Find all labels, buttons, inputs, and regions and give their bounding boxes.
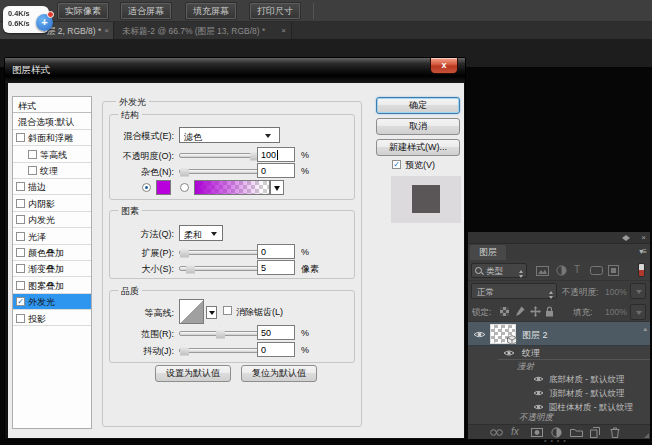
styles-list-item[interactable]: 样式	[13, 97, 91, 113]
jitter-slider[interactable]	[179, 348, 259, 353]
fit-screen-button[interactable]: 适合屏幕	[121, 3, 171, 19]
filter-toggle-switch[interactable]	[638, 263, 645, 277]
new-group-folder-icon[interactable]	[570, 428, 583, 437]
spread-slider[interactable]	[179, 250, 259, 255]
contour-picker-arrow[interactable]	[206, 306, 217, 319]
blend-mode-dropdown[interactable]: 正常	[471, 283, 557, 299]
dialog-close-button[interactable]: x	[430, 58, 458, 74]
layer-name[interactable]: 图层 2	[522, 329, 548, 342]
slider-thumb[interactable]	[180, 247, 189, 258]
slider-thumb[interactable]	[180, 166, 189, 177]
filter-shape-layers-icon[interactable]	[590, 266, 603, 275]
pattern-overlay-item[interactable]: 图案叠加	[13, 277, 91, 293]
inner-glow-item[interactable]: 内发光	[13, 212, 91, 228]
bevel-emboss-item[interactable]: 斜面和浮雕	[13, 130, 91, 146]
panel-menu-icon[interactable]: ▾≡	[639, 247, 646, 256]
texture-item[interactable]: 纹理	[13, 163, 91, 179]
new-style-button[interactable]: 新建样式(W)...	[376, 139, 460, 156]
lock-all-icon[interactable]	[545, 306, 554, 317]
contour-thumbnail[interactable]	[179, 299, 204, 324]
texture-group-row[interactable]: 纹理	[468, 347, 650, 358]
opacity-slider[interactable]	[179, 153, 259, 158]
opacity-input[interactable]: 100	[257, 147, 295, 162]
slider-thumb[interactable]	[186, 263, 195, 274]
gradient-radio[interactable]	[180, 183, 189, 192]
checkbox[interactable]	[28, 166, 37, 175]
reset-default-button[interactable]: 复位为默认值	[241, 365, 317, 382]
blend-mode-select[interactable]: 滤色	[179, 127, 280, 143]
collapse-panel-icon[interactable]	[626, 235, 633, 241]
visibility-eye-icon[interactable]	[503, 349, 515, 357]
gradient-overlay-item[interactable]: 渐变叠加	[13, 261, 91, 277]
glow-color-swatch[interactable]	[156, 180, 171, 195]
gradient-preview[interactable]	[194, 180, 270, 195]
visibility-eye-icon[interactable]	[533, 403, 544, 411]
contour-item[interactable]: 等高线	[13, 146, 91, 162]
filter-type-layers-icon[interactable]: T	[574, 264, 580, 275]
tab-2-close-icon[interactable]: ×	[281, 26, 286, 35]
inner-shadow-item[interactable]: 内阴影	[13, 195, 91, 211]
checkbox[interactable]	[16, 133, 25, 142]
tab-1-close-icon[interactable]: ×	[104, 26, 109, 35]
range-slider[interactable]	[179, 331, 259, 336]
visibility-eye-icon[interactable]	[473, 330, 486, 339]
spread-input[interactable]: 0	[257, 244, 295, 259]
checkbox[interactable]	[16, 182, 25, 191]
technique-select[interactable]: 柔和	[179, 225, 223, 241]
material-row[interactable]: 底部材质 - 默认纹理	[468, 372, 650, 386]
checkbox-checked[interactable]: ✓	[16, 297, 25, 306]
dialog-title-bar[interactable]: 图层样式 x	[5, 58, 465, 83]
visibility-eye-icon[interactable]	[533, 389, 544, 397]
color-overlay-item[interactable]: 颜色叠加	[13, 245, 91, 261]
layer-style-fx-icon[interactable]: fx	[511, 426, 519, 437]
cancel-button[interactable]: 取消	[376, 118, 460, 135]
collapse-effects-icon[interactable]: ▴	[643, 325, 647, 333]
collapse-panel-icon[interactable]	[619, 235, 626, 241]
print-size-button[interactable]: 打印尺寸	[250, 3, 300, 19]
slider-thumb[interactable]	[180, 345, 189, 356]
filter-pixel-layers-icon[interactable]	[536, 266, 549, 276]
size-slider[interactable]	[179, 266, 259, 271]
satin-item[interactable]: 光泽	[13, 228, 91, 244]
checkbox[interactable]	[16, 264, 25, 273]
jitter-input[interactable]: 0	[257, 342, 295, 357]
actual-pixels-button[interactable]: 实际像素	[58, 3, 108, 19]
filter-adjustment-layers-icon[interactable]	[556, 265, 567, 276]
size-input[interactable]: 5	[257, 260, 295, 275]
checkbox[interactable]	[16, 199, 25, 208]
checkbox[interactable]	[16, 281, 25, 290]
drop-shadow-item[interactable]: 投影	[13, 310, 91, 326]
layer-mask-icon[interactable]	[531, 428, 543, 437]
checkbox[interactable]	[16, 248, 25, 257]
gradient-picker-arrow[interactable]	[270, 180, 284, 195]
layer-row-selected[interactable]: 图层 2 ▴	[468, 322, 650, 346]
filter-smart-objects-icon[interactable]	[608, 265, 619, 276]
checkbox[interactable]	[16, 215, 25, 224]
ok-button[interactable]: 确定	[376, 97, 460, 114]
checkbox[interactable]	[16, 314, 25, 323]
lock-position-move-icon[interactable]	[530, 306, 541, 317]
antialias-checkbox[interactable]	[223, 306, 232, 315]
layer-thumbnail[interactable]	[490, 324, 516, 344]
preview-checkbox[interactable]: ✓	[392, 160, 401, 169]
opacity-dropdown-button[interactable]	[630, 283, 646, 299]
blending-options-item[interactable]: 混合选项:默认	[13, 113, 91, 129]
outer-glow-item[interactable]: ✓外发光	[13, 294, 91, 310]
lock-pixels-brush-icon[interactable]	[515, 306, 525, 317]
link-layers-icon[interactable]	[490, 429, 503, 436]
noise-slider[interactable]	[179, 169, 259, 174]
slider-thumb[interactable]	[216, 328, 225, 339]
noise-input[interactable]: 0	[257, 163, 295, 178]
close-panel-icon[interactable]: ×	[641, 233, 646, 243]
color-radio-selected[interactable]	[142, 183, 151, 192]
layers-panel-tab[interactable]: 图层	[470, 245, 506, 260]
visibility-eye-icon[interactable]	[533, 375, 544, 383]
checkbox[interactable]	[28, 150, 37, 159]
panel-resize-grip[interactable]	[644, 433, 649, 438]
delete-layer-trash-icon[interactable]	[610, 427, 620, 438]
stroke-item[interactable]: 描边	[13, 179, 91, 195]
material-row[interactable]: 顶部材质 - 默认纹理	[468, 386, 650, 400]
dock-drag-handle[interactable]: • • • •	[544, 440, 574, 444]
make-default-button[interactable]: 设置为默认值	[155, 365, 231, 382]
lock-transparency-icon[interactable]	[500, 307, 509, 316]
